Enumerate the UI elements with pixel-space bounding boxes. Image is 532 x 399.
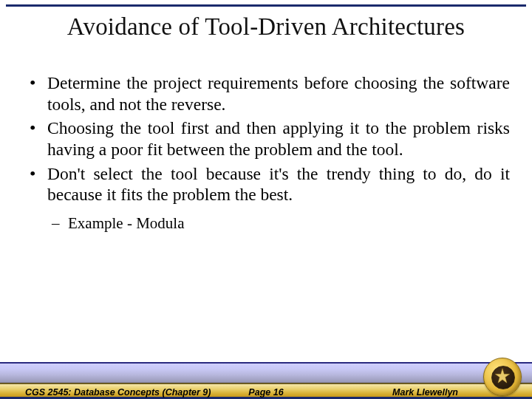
slide-title: Avoidance of Tool-Driven Architectures xyxy=(0,13,532,41)
pegasus-icon xyxy=(493,366,512,386)
bullet-list: Determine the project requirements befor… xyxy=(27,72,510,233)
footer-upper-band xyxy=(0,362,532,383)
bullet-item: Determine the project requirements befor… xyxy=(27,72,510,115)
sub-bullet-list: Example - Modula xyxy=(47,214,510,233)
footer-text-row: CGS 2545: Database Concepts (Chapter 9) … xyxy=(0,386,532,399)
logo-outer-ring xyxy=(483,358,522,396)
slide: Avoidance of Tool-Driven Architectures D… xyxy=(0,0,532,399)
top-rule xyxy=(6,4,526,7)
bullet-item: Choosing the tool first and then applyin… xyxy=(27,117,510,160)
slide-body: Determine the project requirements befor… xyxy=(27,72,510,236)
ucf-logo xyxy=(483,358,522,396)
footer-author: Mark Llewellyn xyxy=(392,387,458,398)
bullet-item: Don't select the tool because it's the t… xyxy=(27,163,510,233)
sub-bullet-item: Example - Modula xyxy=(47,214,510,233)
bullet-text: Don't select the tool because it's the t… xyxy=(47,164,510,205)
footer: CGS 2545: Database Concepts (Chapter 9) … xyxy=(0,362,532,399)
